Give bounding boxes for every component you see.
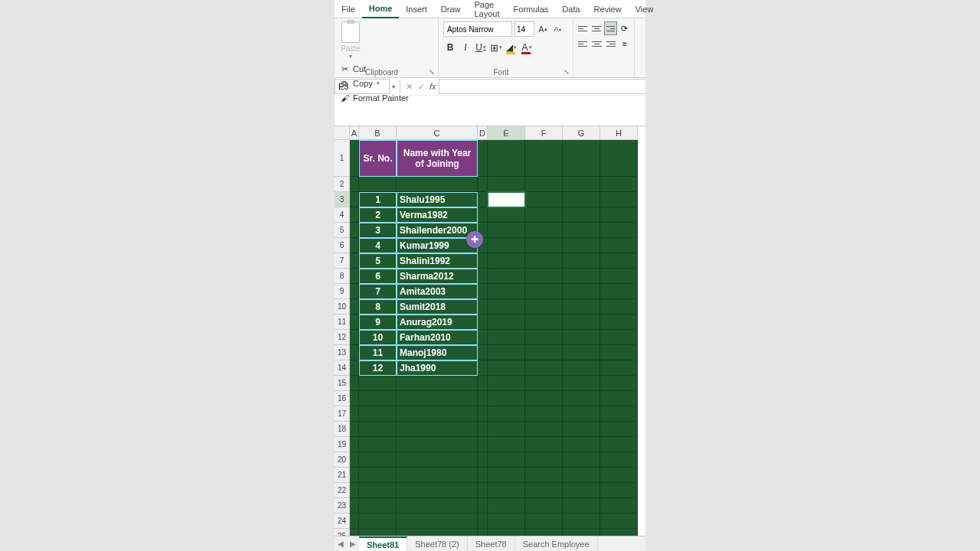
cell[interactable] [478, 140, 488, 177]
cell[interactable] [350, 391, 359, 406]
font-launcher[interactable]: ⤡ [564, 68, 571, 76]
cell[interactable] [359, 391, 397, 406]
cell[interactable] [350, 192, 359, 207]
cell[interactable] [350, 299, 359, 315]
cell[interactable] [563, 177, 600, 192]
cell[interactable] [525, 498, 563, 514]
cell[interactable]: 9 [359, 315, 397, 330]
cell[interactable] [488, 514, 525, 529]
bold-button[interactable]: B [443, 40, 457, 55]
increase-font-button[interactable]: A▴ [537, 22, 549, 36]
cell[interactable] [563, 238, 600, 253]
fill-color-button[interactable]: ◢ ▾ [505, 40, 518, 55]
cell[interactable] [488, 238, 525, 253]
cell[interactable]: Shailender2000 [397, 223, 478, 238]
cell[interactable]: 12 [359, 360, 397, 376]
cell[interactable] [525, 223, 563, 238]
cell[interactable] [563, 284, 600, 299]
cell[interactable] [350, 223, 359, 238]
cell[interactable] [525, 299, 563, 315]
cell[interactable] [525, 192, 563, 207]
row-header[interactable]: 15 [335, 376, 350, 391]
font-name-input[interactable] [443, 21, 512, 37]
cell[interactable] [525, 315, 563, 330]
row-header[interactable]: 11 [335, 315, 350, 330]
cell[interactable] [563, 376, 600, 391]
sheet-tab[interactable]: Sheet78 [468, 536, 515, 552]
cell[interactable]: Manoj1980 [397, 345, 478, 360]
cell[interactable] [488, 140, 525, 177]
cell[interactable] [563, 498, 600, 514]
cell[interactable] [350, 238, 359, 253]
underline-button[interactable]: U▾ [474, 40, 488, 55]
cell[interactable] [563, 207, 600, 223]
cell[interactable]: Shalu1995 [397, 192, 478, 207]
row-header[interactable]: 21 [335, 468, 350, 483]
row-header[interactable]: 1 [335, 140, 350, 177]
cell[interactable]: Sr. No. [359, 140, 397, 177]
cell[interactable] [350, 269, 359, 284]
cell[interactable] [350, 437, 359, 452]
cell[interactable] [478, 514, 488, 529]
cell[interactable] [359, 529, 397, 536]
cell[interactable] [525, 514, 563, 529]
cell[interactable] [478, 376, 488, 391]
cell[interactable] [563, 315, 600, 330]
cell[interactable]: Verma1982 [397, 207, 478, 223]
cell[interactable] [488, 345, 525, 360]
cell[interactable] [478, 498, 488, 514]
cell[interactable] [359, 177, 397, 192]
borders-button[interactable]: ⊞▾ [489, 40, 503, 55]
sheet-nav-arrow[interactable]: ◀ [335, 540, 347, 548]
cell[interactable] [478, 360, 488, 376]
cell[interactable] [600, 238, 638, 253]
cell[interactable] [478, 284, 488, 299]
cell[interactable] [600, 452, 638, 468]
cell[interactable] [350, 330, 359, 345]
cell[interactable] [350, 498, 359, 514]
align-right-button[interactable] [605, 37, 617, 51]
cell[interactable] [488, 284, 525, 299]
row-header[interactable]: 5 [335, 223, 350, 238]
cell[interactable] [350, 315, 359, 330]
cell[interactable] [359, 452, 397, 468]
cell[interactable] [488, 498, 525, 514]
cell[interactable] [488, 360, 525, 376]
tab-page-layout[interactable]: Page Layout [467, 0, 506, 18]
row-header[interactable]: 16 [335, 391, 350, 406]
clipboard-launcher[interactable]: ⤡ [429, 68, 436, 76]
cell[interactable] [397, 437, 478, 452]
cell[interactable] [488, 315, 525, 330]
spreadsheet-grid[interactable]: ABCDEFGH1Sr. No.Name with Year of Joinin… [335, 126, 645, 536]
cell[interactable] [563, 529, 600, 536]
cell[interactable]: 3 [359, 223, 397, 238]
cell[interactable]: 2 [359, 207, 397, 223]
cell[interactable] [350, 207, 359, 223]
cell[interactable] [563, 452, 600, 468]
cell[interactable] [525, 360, 563, 376]
tab-home[interactable]: Home [362, 0, 400, 18]
cell[interactable]: Anurag2019 [397, 315, 478, 330]
cell[interactable] [525, 483, 563, 498]
cell[interactable] [359, 406, 397, 422]
cell[interactable] [350, 422, 359, 437]
cell[interactable] [488, 253, 525, 269]
cell[interactable] [525, 269, 563, 284]
row-header[interactable]: 4 [335, 207, 350, 223]
cell[interactable] [488, 391, 525, 406]
row-header[interactable]: 6 [335, 238, 350, 253]
cell[interactable] [563, 437, 600, 452]
cell[interactable]: Farhan2010 [397, 330, 478, 345]
row-header[interactable]: 12 [335, 330, 350, 345]
cell[interactable] [600, 345, 638, 360]
cell[interactable] [350, 514, 359, 529]
row-header[interactable]: 20 [335, 452, 350, 468]
cell[interactable] [525, 238, 563, 253]
font-size-input[interactable] [514, 21, 534, 37]
cell[interactable]: Sumit2018 [397, 299, 478, 315]
cell[interactable] [525, 376, 563, 391]
cell[interactable] [488, 192, 525, 207]
cell[interactable] [478, 253, 488, 269]
tab-review[interactable]: Review [587, 0, 629, 18]
cell[interactable] [525, 452, 563, 468]
